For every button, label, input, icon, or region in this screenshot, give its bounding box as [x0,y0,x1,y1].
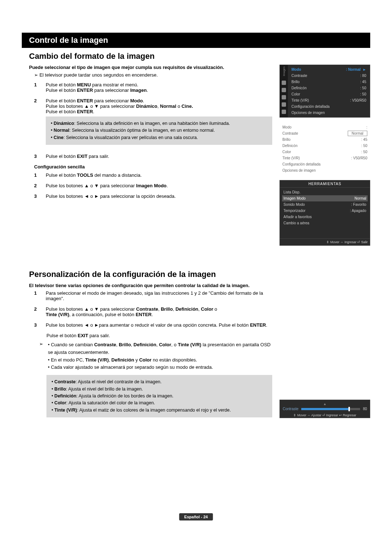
exit-line: Pulse el botón EXIT para salir. [46,333,272,338]
osd-row-selected: Imagen ModoNormal [282,195,368,201]
page-number-badge: Español - 24 [179,513,213,520]
osd-row: Modo: [279,124,370,130]
osd-title: HERRAMIENTAS [280,180,370,188]
osd-panel-contraste-slider: ▲ Contraste 80 ⇕ Mover ↔ Ajustar ⏎ Ingre… [279,400,370,418]
osd-sidebar-label: Imagen [282,66,286,76]
step-number: 1 [34,82,39,93]
step-text: Pulse el botón EXIT para salir. [46,154,272,159]
osd-row: Definicón: 50 [279,143,370,149]
osd-row: Tinte (V/R): V50/R50 [279,155,370,161]
osd-row: Tinte (V/R): V50/R50 [290,97,368,103]
section1-steps: 1 Pulse el botón MENU para mostrar el me… [34,82,272,159]
input-icon [282,110,286,114]
step-text: Pulse los botones ◄ o ► para seleccionar… [46,193,272,199]
slider-value: 80 [363,407,367,411]
section2-intro: El televisor tiene varias opciones de co… [29,283,272,288]
osd-selected-value: Normal [348,131,367,136]
osd-row: ContrasteNormal [279,130,370,136]
section2-arrow-block: ➢ Cuando se cambian Contraste, Brillo, D… [46,341,272,371]
mode-definitions-box: Dinámico: Selecciona la alta definición … [46,117,272,145]
osd-row: Cambio a aérea [282,220,368,226]
step-text: Pulse el botón TOOLS del mando a distanc… [46,172,272,178]
section-title-1: Cambio del formato de la imagen [29,52,370,61]
osd-row: Configuración detallada [290,103,368,110]
slider-label: Contraste [283,407,298,411]
step-text: Pulse los botones ▲ o ▼ para seleccionar… [46,306,272,317]
note-item: En el modo PC, Tinte (V/R), Definición y… [48,356,272,364]
osd-panel-modo-popup: Modo: ContrasteNormal Brillo: 45 Definic… [279,124,370,173]
gear-icon [282,102,286,107]
slider-handle [348,407,350,411]
step-text: Para seleccionar el modo de imagen desea… [46,290,272,301]
osd-row: Color: 50 [290,91,368,97]
osd-panel-imagen-menu: Imagen Modo: Normal ► Contraste: 80 Bril… [279,65,370,118]
osd-main-list: Modo: Normal ► Contraste: 80 Brillo: 45 … [288,65,370,117]
speaker-icon [282,88,286,92]
osd-row: Contraste: 80 [290,73,368,79]
arrow-right-icon: ► [363,68,366,72]
slider-fill [301,408,348,410]
section2-steps: 1Para seleccionar el modo de imagen dese… [34,290,272,328]
osd-row: Brillo: 45 [290,79,368,85]
step-number: 3 [34,154,39,159]
osd-row: Definicón: 50 [290,85,368,91]
osd-row: Añadir a favoritos [282,214,368,220]
osd-footer-hints: ⇕ Mover ↔ Ingresar ⏎ Salir [280,238,370,245]
note-item: Cuando se cambian Contraste, Brillo, Def… [48,341,272,356]
chapter-header-bar: Control de la imagen [22,33,370,48]
step-number: 2 [34,98,39,148]
osd-sidebar: Imagen [280,65,288,117]
osd-row: Sonido Modo: Favorito [282,201,368,208]
osd-row: Opciones de imagen [290,110,368,116]
osd-panel-herramientas: HERRAMIENTAS Lista Disp. Imagen ModoNorm… [279,180,370,246]
osd-row: Brillo: 45 [279,136,370,143]
step-text: Pulse el botón ENTER para seleccionar Mo… [46,98,272,148]
osd-row: Opciones de imagen [279,167,370,173]
osd-row: Color: 50 [279,149,370,155]
parameter-definitions-box: Contraste: Ajusta el nivel del contraste… [46,375,272,417]
osd-row: Configuración detallada [279,161,370,167]
osd-row-selected: Modo: Normal ► [290,66,368,73]
osd-row: Lista Disp. [282,189,368,195]
note-item: Cada valor ajustado se almacenará por se… [48,364,272,371]
section1-intro: Puede seleccionar el tipo de imagen que … [29,65,272,70]
osd-row: Temporizador: Apagado [282,208,368,214]
slider-track [301,408,360,410]
section-title-2: Personalización de la configuración de l… [29,270,370,279]
antenna-icon [282,95,286,99]
tv-icon [282,81,286,85]
step-text: Pulse los botones ◄ o ►para aumentar o r… [46,322,272,328]
arrow-up-icon: ▲ [283,402,367,406]
easy-config-heading: Configuración sencilla [34,164,272,170]
step-text: Pulse los botones ▲ o ▼ para seleccionar… [46,183,272,188]
osd-footer-hints: ⇕ Mover ↔ Ajustar ⏎ Ingresar ↩ Regresar [283,412,367,417]
step-text: Pulse el botón MENU para mostrar el menú… [46,82,272,93]
section1-arrow-note: El televisor puede tardar unos segundos … [34,72,272,78]
easy-config-steps: 1Pulse el botón TOOLS del mando a distan… [34,172,272,199]
